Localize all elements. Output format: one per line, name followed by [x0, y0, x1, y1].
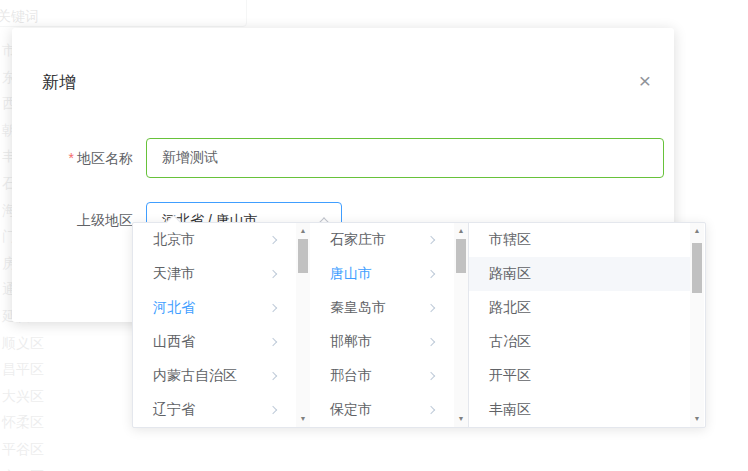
cascader-item[interactable]: 唐山市	[310, 257, 454, 291]
cascader-menu-districts: 市辖区路南区路北区古冶区开平区丰南区	[468, 223, 690, 427]
cascader-dropdown: 北京市天津市河北省山西省内蒙古自治区辽宁省 ▲ ▼ 石家庄市唐山市秦皇岛市邯郸市…	[132, 222, 706, 428]
cascader-item-label: 河北省	[153, 299, 195, 317]
scroll-down-icon[interactable]: ▼	[454, 413, 468, 425]
scroll-up-icon[interactable]: ▲	[296, 225, 310, 237]
region-name-value: 新增测试	[162, 149, 218, 167]
scrollbar-provinces[interactable]: ▲ ▼	[296, 223, 310, 427]
region-name-label: *地区名称	[12, 138, 133, 178]
cascader-item[interactable]: 河北省	[133, 291, 296, 325]
scroll-down-icon[interactable]: ▼	[296, 413, 310, 425]
cascader-item-label: 丰南区	[489, 401, 531, 419]
chevron-right-icon	[427, 372, 435, 380]
cascader-item-label: 路南区	[489, 265, 531, 283]
chevron-right-icon	[427, 406, 435, 414]
cascader-item[interactable]: 路南区	[469, 257, 690, 291]
required-asterisk: *	[69, 150, 74, 166]
chevron-right-icon	[427, 270, 435, 278]
scrollbar-thumb[interactable]	[692, 243, 702, 293]
parent-region-label: 上级地区	[12, 201, 133, 239]
scroll-down-icon[interactable]: ▼	[690, 413, 704, 425]
chevron-right-icon	[269, 406, 277, 414]
cascader-item[interactable]: 邢台市	[310, 359, 454, 393]
cascader-item-label: 保定市	[330, 401, 372, 419]
cascader-item-label: 山西省	[153, 333, 195, 351]
cascader-menu-provinces: 北京市天津市河北省山西省内蒙古自治区辽宁省	[133, 223, 296, 427]
chevron-right-icon	[427, 236, 435, 244]
page: 关键词 市辖区东城区西城区朝阳区丰台区石景山区海淀区门头沟区房山区通州区延庆区顺…	[0, 0, 748, 471]
cascader-menu-cities: 石家庄市唐山市秦皇岛市邯郸市邢台市保定市	[310, 223, 454, 427]
cascader-item[interactable]: 路北区	[469, 291, 690, 325]
chevron-right-icon	[269, 270, 277, 278]
chevron-right-icon	[269, 372, 277, 380]
scrollbar-districts[interactable]: ▲ ▼	[690, 223, 704, 427]
chevron-right-icon	[427, 338, 435, 346]
cascader-item-label: 路北区	[489, 299, 531, 317]
scroll-up-icon[interactable]: ▲	[454, 225, 468, 237]
cascader-item-label: 开平区	[489, 367, 531, 385]
chevron-right-icon	[427, 304, 435, 312]
cascader-item-label: 秦皇岛市	[330, 299, 386, 317]
scrollbar-thumb[interactable]	[298, 239, 308, 273]
cascader-item[interactable]: 古冶区	[469, 325, 690, 359]
cascader-item[interactable]: 石家庄市	[310, 223, 454, 257]
cascader-item[interactable]: 北京市	[133, 223, 296, 257]
cascader-item[interactable]: 市辖区	[469, 223, 690, 257]
close-icon[interactable]: ×	[634, 70, 656, 92]
chevron-right-icon	[269, 304, 277, 312]
cascader-item-label: 市辖区	[489, 231, 531, 249]
cascader-item-label: 唐山市	[330, 265, 372, 283]
cascader-item[interactable]: 邯郸市	[310, 325, 454, 359]
cascader-item-label: 辽宁省	[153, 401, 195, 419]
cascader-item[interactable]: 丰南区	[469, 393, 690, 427]
scroll-up-icon[interactable]: ▲	[690, 225, 704, 237]
cascader-item-label: 天津市	[153, 265, 195, 283]
cascader-item-label: 石家庄市	[330, 231, 386, 249]
cascader-item-label: 古冶区	[489, 333, 531, 351]
cascader-item-label: 邢台市	[330, 367, 372, 385]
cascader-item[interactable]: 内蒙古自治区	[133, 359, 296, 393]
cascader-item[interactable]: 开平区	[469, 359, 690, 393]
cascader-item-label: 内蒙古自治区	[153, 367, 237, 385]
scrollbar-cities[interactable]: ▲ ▼	[454, 223, 468, 427]
cascader-item[interactable]: 天津市	[133, 257, 296, 291]
cascader-item[interactable]: 辽宁省	[133, 393, 296, 427]
dialog-title: 新增	[42, 71, 76, 94]
scrollbar-thumb[interactable]	[456, 239, 466, 273]
cascader-item-label: 邯郸市	[330, 333, 372, 351]
chevron-right-icon	[269, 338, 277, 346]
cascader-item[interactable]: 山西省	[133, 325, 296, 359]
cascader-item[interactable]: 秦皇岛市	[310, 291, 454, 325]
cascader-item-label: 北京市	[153, 231, 195, 249]
region-name-input[interactable]: 新增测试	[146, 138, 664, 178]
chevron-right-icon	[269, 236, 277, 244]
cascader-item[interactable]: 保定市	[310, 393, 454, 427]
